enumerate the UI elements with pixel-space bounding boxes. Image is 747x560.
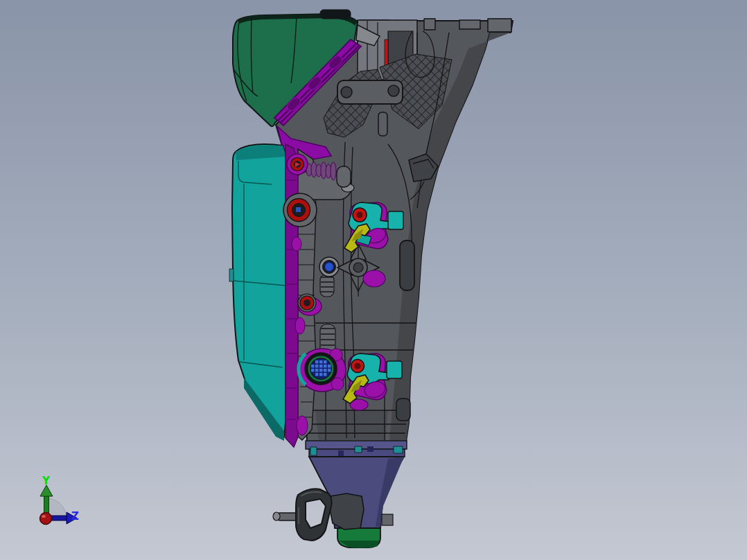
bushing-pin [296,207,301,212]
handle-pin-tip [273,512,280,520]
bracket-tab [388,211,403,229]
edge-blob-2 [295,317,305,334]
bellows-elbow [337,166,351,187]
band-tab-teal-2 [355,446,362,453]
band-tab-teal-1 [310,447,317,455]
cross-hub-hole [353,263,363,272]
round-connector[interactable] [299,349,346,392]
bracket-bolt-core [357,212,363,218]
bushing-core [304,299,310,306]
side-slot-upper [400,240,414,290]
clamp-block [382,514,393,525]
triad-origin [40,513,52,525]
y-axis-label: Y [42,475,51,487]
band-tab-navy-1 [367,446,374,452]
pivot-blue-dot [325,263,334,272]
edge-blob-1 [292,237,301,251]
grommet-upper[interactable] [287,154,308,175]
band-tab-teal-3 [394,446,403,453]
housing-recess [315,410,388,440]
bracket-bolt-core [355,363,361,369]
bracket-tab [387,361,402,378]
edge-blob-3 [297,416,308,435]
z-axis-label: Z [71,510,79,523]
panel-edge-gasket [285,144,298,447]
plate-boss-right [388,85,399,96]
triad-origin-highlight [42,515,46,518]
mount-bushing-upper[interactable] [283,193,317,227]
shift-spring-upper[interactable] [320,274,334,297]
side-slot-lower [396,399,410,421]
bracket-magenta-lower [363,270,385,287]
panel-side-tab [229,269,234,281]
red-seal-strip[interactable] [385,40,388,68]
cad-viewport[interactable]: Y Z [0,0,747,560]
bellows-rib [331,162,336,180]
hook-slot [378,112,387,136]
plate-boss-left [341,87,352,98]
model-canvas[interactable]: Y Z [0,0,747,560]
cowl-lid [320,10,351,19]
handle-clamp [330,493,364,530]
band-tab-navy-2 [338,450,344,456]
